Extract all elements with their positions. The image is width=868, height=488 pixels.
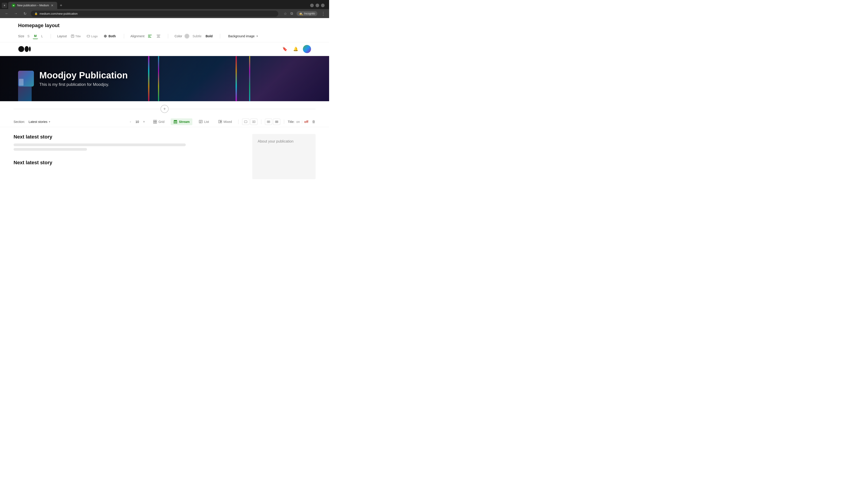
- light-strip-2: [158, 56, 159, 101]
- layout-large-button[interactable]: [250, 119, 257, 125]
- sidebar-column: About your publication: [252, 134, 315, 179]
- section-label: Section:: [13, 120, 25, 124]
- incognito-icon: 🕵: [299, 12, 303, 15]
- tab-close-button[interactable]: ✕: [51, 4, 54, 7]
- story-card-2: Next latest story: [13, 160, 243, 166]
- color-group: Color Subtle Bold: [175, 33, 213, 39]
- window-close-button[interactable]: [321, 4, 324, 7]
- layout-label: Layout: [57, 34, 67, 38]
- user-avatar[interactable]: [303, 45, 311, 53]
- align-left-icon: [148, 34, 152, 38]
- section-chevron-icon: ▾: [49, 120, 50, 123]
- delete-section-button[interactable]: 🗑: [312, 120, 315, 124]
- stream-view-button[interactable]: Stream: [170, 119, 192, 125]
- layout-both-option[interactable]: Both: [102, 33, 118, 39]
- tab-group-button[interactable]: ▼: [2, 3, 7, 8]
- color-label: Color: [175, 34, 182, 38]
- list-view-button[interactable]: List: [196, 119, 212, 125]
- divider-5: [238, 120, 239, 124]
- size-l-button[interactable]: L: [40, 33, 44, 39]
- grid-3-button[interactable]: [273, 119, 280, 125]
- light-strip-3: [236, 56, 237, 101]
- subtle-button[interactable]: Subtle: [192, 33, 203, 39]
- browser-menu-button[interactable]: ⋮: [321, 11, 326, 16]
- window-maximize-button[interactable]: [315, 4, 319, 7]
- layout-title-icon: [71, 34, 74, 38]
- split-view-icon[interactable]: ⧉: [290, 11, 293, 15]
- count-minus-button[interactable]: -: [128, 119, 133, 125]
- svg-rect-12: [157, 37, 160, 37]
- svg-rect-32: [254, 121, 255, 123]
- section-name: Latest stories: [29, 120, 48, 124]
- layout-small-icon: [244, 121, 247, 123]
- section-name-select[interactable]: Latest stories ▾: [29, 120, 50, 124]
- svg-rect-17: [155, 120, 157, 122]
- story-heading-2: Next latest story: [13, 160, 243, 166]
- svg-rect-29: [220, 122, 222, 123]
- medium-logo: [18, 46, 31, 52]
- svg-rect-9: [148, 37, 151, 37]
- divider-1: [51, 34, 51, 38]
- light-strip-4: [249, 56, 250, 101]
- stream-label: Stream: [179, 120, 189, 124]
- title-on-button[interactable]: on: [296, 120, 300, 124]
- incognito-badge[interactable]: 🕵 Incognito: [297, 11, 317, 16]
- svg-rect-3: [87, 35, 90, 37]
- svg-rect-31: [252, 121, 254, 123]
- add-section-button[interactable]: +: [160, 105, 168, 113]
- layout-logo-label: Logo: [91, 35, 98, 38]
- bold-button[interactable]: Bold: [205, 33, 213, 39]
- svg-rect-33: [267, 121, 268, 122]
- align-center-button[interactable]: [155, 33, 162, 39]
- size-s-button[interactable]: S: [26, 33, 31, 39]
- count-plus-button[interactable]: +: [141, 119, 147, 125]
- address-input[interactable]: 🔒 medium.com/new-publication: [31, 11, 278, 17]
- layout-large-icon: [252, 121, 255, 123]
- bookmark-icon[interactable]: 🔖: [281, 45, 288, 53]
- mixed-view-button[interactable]: Mixed: [215, 119, 235, 125]
- active-tab[interactable]: M New publication – Medium ✕: [8, 2, 57, 9]
- layout-title-label: Title: [75, 35, 81, 38]
- divider-3: [168, 34, 168, 38]
- svg-rect-18: [153, 122, 155, 123]
- back-button[interactable]: ←: [4, 10, 10, 17]
- page-content: Homepage layout Size S M L Layout Title …: [0, 18, 329, 186]
- layout-small-button[interactable]: [242, 119, 249, 125]
- forward-button[interactable]: →: [13, 10, 19, 17]
- layout-logo-option[interactable]: Logo: [85, 33, 99, 39]
- title-label: Title:: [288, 120, 294, 124]
- svg-rect-28: [220, 120, 222, 121]
- size-m-button[interactable]: M: [33, 33, 38, 39]
- grid-view-button[interactable]: Grid: [150, 119, 167, 125]
- count-control: - 10 +: [128, 119, 147, 125]
- bookmark-icon[interactable]: ☆: [284, 11, 287, 16]
- list-icon: [199, 120, 203, 124]
- publication-title: Moodjoy Publication: [39, 70, 128, 80]
- svg-rect-11: [157, 36, 160, 36]
- window-minimize-button[interactable]: [310, 4, 314, 7]
- story-line-short-1: [13, 148, 87, 151]
- background-image-button[interactable]: Background image ▼: [226, 33, 260, 39]
- svg-point-13: [18, 46, 24, 52]
- light-strip-1: [148, 56, 149, 101]
- svg-rect-42: [277, 122, 278, 123]
- toolbar: Size S M L Layout Title Logo Both: [0, 30, 329, 42]
- count-value: 10: [135, 120, 140, 124]
- medium-header-preview: 🔖 🔔: [0, 42, 329, 56]
- pub-text-info: Moodjoy Publication This is my first pub…: [39, 70, 128, 87]
- svg-rect-34: [269, 121, 270, 122]
- add-section-area: +: [0, 101, 329, 117]
- homepage-layout-heading: Homepage layout: [0, 18, 329, 30]
- notification-icon[interactable]: 🔔: [292, 45, 299, 53]
- color-picker[interactable]: [184, 34, 189, 39]
- layout-group: Layout Title Logo Both: [57, 33, 118, 39]
- grid-2-button[interactable]: [265, 119, 272, 125]
- align-left-button[interactable]: [147, 33, 153, 39]
- title-off-button[interactable]: off: [304, 120, 308, 124]
- story-line-long-1: [13, 143, 186, 146]
- layout-title-option[interactable]: Title: [69, 33, 83, 39]
- reload-button[interactable]: ↻: [22, 10, 28, 17]
- new-tab-button[interactable]: +: [58, 2, 64, 9]
- story-card-1: Next latest story: [13, 134, 243, 151]
- address-text: medium.com/new-publication: [39, 12, 78, 15]
